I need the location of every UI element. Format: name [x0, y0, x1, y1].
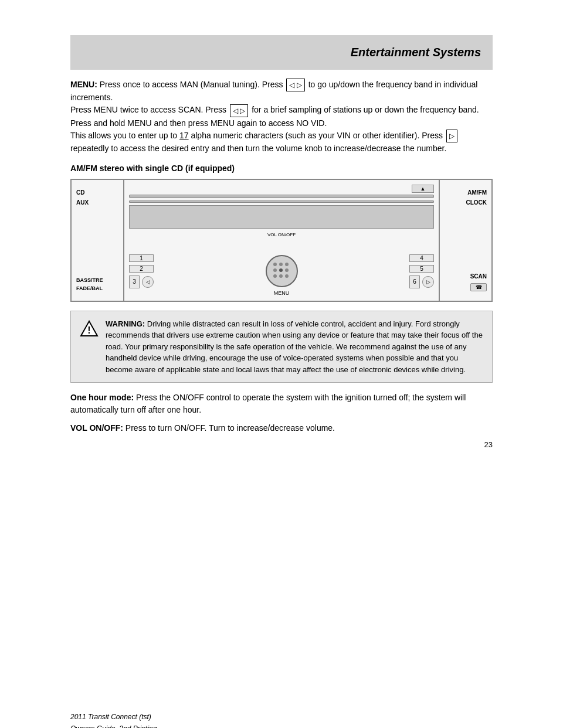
vol-onoff-text: Press to turn ON/OFF. Turn to increase/d… — [126, 423, 335, 433]
menu-text3: Press MENU twice to access SCAN. Press — [70, 105, 229, 114]
footer-line1: 2011 Transit Connect (tst) — [70, 712, 157, 723]
volume-knob[interactable] — [266, 255, 298, 287]
cd-slot — [129, 195, 434, 198]
vol-label: VOL ON/OFF — [129, 232, 434, 237]
warning-label: WARNING: — [106, 319, 145, 328]
preset-btn-4[interactable]: 4 — [409, 254, 434, 262]
warning-icon: ! — [80, 319, 99, 338]
one-hour-paragraph: One hour mode: Press the ON/OFF control … — [70, 392, 493, 416]
bass-tre-label: BASS/TRE — [76, 277, 118, 283]
preset-btn-1[interactable]: 1 — [129, 254, 154, 262]
preset-btn-2[interactable]: 2 — [129, 265, 154, 273]
diagram-heading: AM/FM stereo with single CD (if equipped… — [70, 164, 493, 173]
clock-label: CLOCK — [466, 199, 487, 206]
menu-text7: repeatedly to access the desired entry a… — [70, 144, 446, 153]
footer: 2011 Transit Connect (tst) Owners Guide,… — [70, 712, 493, 728]
one-hour-label: One hour mode: — [70, 393, 134, 402]
nav-arrow-right: ▷ — [446, 130, 457, 142]
menu-paragraph: MENU: Press once to access MAN (Manual t… — [70, 79, 493, 155]
left-panel: CD AUX BASS/TRE FADE/BAL — [72, 180, 124, 301]
page-container: Entertainment Systems MENU: Press once t… — [0, 35, 563, 728]
center-panel: ▲ VOL ON/OFF 1 2 3 — [124, 180, 439, 301]
scan-label: SCAN — [470, 273, 487, 280]
menu-label: MENU: — [70, 80, 97, 89]
page-title: Entertainment Systems — [351, 46, 481, 59]
arrow-right-btn[interactable]: ▷ — [422, 276, 434, 288]
cd-label: CD — [76, 189, 118, 196]
amfm-label: AM/FM — [467, 189, 487, 196]
warning-box: ! WARNING: Driving while distracted can … — [70, 311, 493, 383]
tape-slot — [129, 200, 434, 203]
vol-onoff-label: VOL ON/OFF: — [70, 423, 123, 433]
arrow-left-btn[interactable]: ◁ — [142, 276, 154, 288]
svg-text:!: ! — [87, 325, 90, 335]
eject-button[interactable]: ▲ — [412, 185, 434, 193]
menu-text5: Press and hold MENU and then press MENU … — [70, 118, 327, 128]
vol-paragraph: VOL ON/OFF: Press to turn ON/OFF. Turn t… — [70, 422, 493, 434]
phone-btn[interactable]: ☎ — [470, 283, 487, 291]
preset-btn-3[interactable]: 3 — [129, 275, 140, 288]
warning-body: Driving while distracted can result in l… — [106, 319, 483, 374]
footer-line2: Owners Guide, 2nd Printing — [70, 723, 157, 728]
right-panel: AM/FM CLOCK SCAN ☎ — [439, 180, 491, 301]
footer-left: 2011 Transit Connect (tst) Owners Guide,… — [70, 712, 157, 728]
menu-text6: This allows you to enter up to 17 alpha … — [70, 131, 445, 140]
nav-arrows-2: ◁ ▷ — [230, 104, 248, 117]
content-area: MENU: Press once to access MAN (Manual t… — [70, 70, 493, 458]
warning-text: WARNING: Driving while distracted can re… — [106, 318, 483, 376]
nav-arrows-1: ◁ ▷ — [286, 79, 304, 91]
display-screen — [129, 205, 434, 229]
menu-text1: Press once to access MAN (Manual tuning)… — [100, 80, 286, 89]
menu-diagram-label: MENU — [274, 290, 290, 296]
preset-btn-6[interactable]: 6 — [409, 275, 420, 288]
radio-diagram: CD AUX BASS/TRE FADE/BAL ▲ — [70, 179, 493, 302]
fade-bal-label: FADE/BAL — [76, 285, 118, 291]
aux-label: AUX — [76, 199, 118, 206]
preset-btn-5[interactable]: 5 — [409, 265, 434, 273]
menu-text4: for a brief sampling of stations up or d… — [252, 105, 479, 114]
header-banner: Entertainment Systems — [70, 35, 493, 70]
page-number: 23 — [70, 440, 493, 449]
